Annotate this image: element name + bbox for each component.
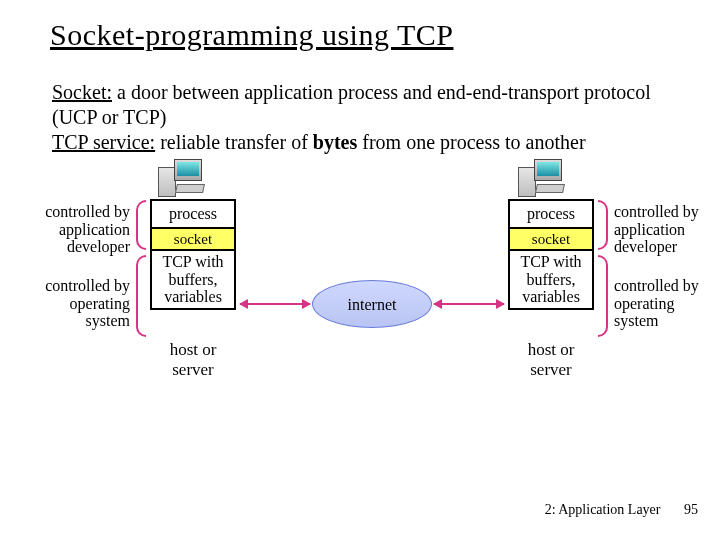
left-process-box: process: [152, 201, 234, 227]
chapter-label: 2: Application Layer: [545, 502, 661, 517]
intro-text: Socket: a door between application proce…: [50, 80, 680, 155]
left-socket-box: socket: [152, 227, 234, 250]
internet-cloud: internet: [312, 280, 432, 328]
arrow-right: [434, 303, 504, 305]
socket-def-text: a door between application process and e…: [52, 81, 651, 128]
slide-title: Socket-programming using TCP: [50, 18, 680, 52]
slide-footer: 2: Application Layer 95: [545, 502, 698, 518]
tcp-service-text-a: reliable transfer of: [155, 131, 313, 153]
socket-diagram: controlled by application developer cont…: [50, 185, 690, 425]
left-stack: process socket TCP with buffers, variabl…: [150, 199, 236, 310]
computer-icon: [158, 159, 202, 197]
right-tcp-box: TCP with buffers, variables: [510, 249, 592, 308]
tcp-bytes-word: bytes: [313, 131, 357, 153]
right-brace-top: [598, 200, 608, 250]
left-host-label: host or server: [153, 340, 233, 380]
tcp-service-text-b: from one process to another: [357, 131, 585, 153]
computer-icon: [518, 159, 562, 197]
right-process-box: process: [510, 201, 592, 227]
right-stack: process socket TCP with buffers, variabl…: [508, 199, 594, 310]
left-brace-top: [136, 200, 146, 250]
right-os-label: controlled by operating system: [614, 277, 714, 330]
page-number: 95: [684, 502, 698, 517]
arrow-left: [240, 303, 310, 305]
right-host-label: host or server: [511, 340, 591, 380]
left-os-label: controlled by operating system: [30, 277, 130, 330]
left-brace-bottom: [136, 255, 146, 337]
left-app-dev-label: controlled by application developer: [30, 203, 130, 256]
socket-def-label: Socket:: [52, 81, 112, 103]
right-app-dev-label: controlled by application developer: [614, 203, 714, 256]
right-brace-bottom: [598, 255, 608, 337]
tcp-service-label: TCP service:: [52, 131, 155, 153]
left-tcp-box: TCP with buffers, variables: [152, 249, 234, 308]
right-socket-box: socket: [510, 227, 592, 250]
